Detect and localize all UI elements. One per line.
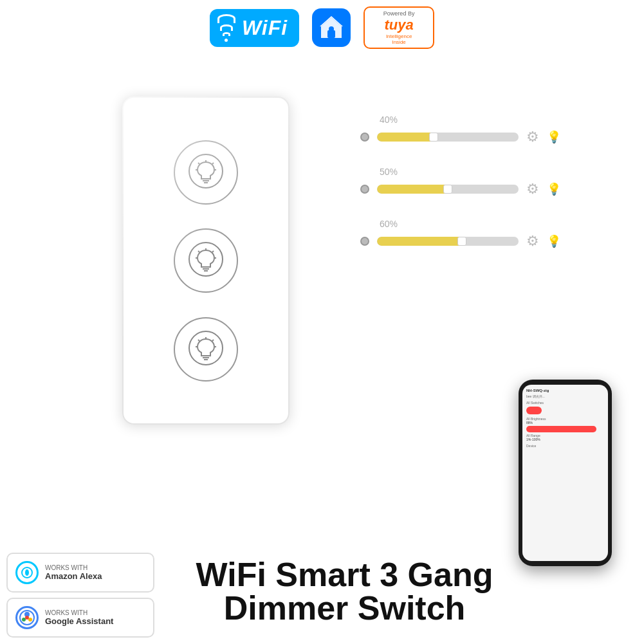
phone-mockup: NH-SWQ-zig bee 调光开... All Switches All B… bbox=[519, 380, 612, 566]
google-works-with: WORKS WITH bbox=[45, 609, 113, 616]
powered-by-text: Powered By bbox=[383, 10, 415, 17]
gear-icon-1: ⚙ bbox=[526, 129, 539, 145]
phone-screen: NH-SWQ-zig bee 调光开... All Switches All B… bbox=[522, 385, 608, 561]
slider-row-2: 50% ⚙ 💡 bbox=[360, 181, 561, 198]
svg-line-12 bbox=[212, 163, 214, 164]
bulb-small-2: 💡 bbox=[547, 182, 561, 196]
switch-button-3[interactable] bbox=[174, 317, 238, 382]
svg-line-20 bbox=[198, 251, 199, 252]
phone-app-name: NH-SWQ-zig bbox=[526, 389, 604, 392]
slider-thumb-2[interactable] bbox=[443, 185, 452, 194]
wifi-arc-medium bbox=[220, 24, 233, 31]
slider-track-3[interactable] bbox=[377, 237, 519, 246]
google-brand: Google Assistant bbox=[45, 616, 113, 626]
slider-pct-3: 60% bbox=[380, 219, 398, 229]
slider-knob-1 bbox=[360, 133, 369, 142]
title-line1: WiFi Smart 3 Gang bbox=[174, 558, 515, 591]
bottom-badges: WORKS WITH Amazon Alexa WORKS WITH Googl… bbox=[6, 553, 154, 638]
tuya-sub-text: IntelligenceInside bbox=[386, 33, 412, 45]
bulb-small-3: 💡 bbox=[547, 234, 561, 248]
slider-track-2[interactable] bbox=[377, 185, 519, 194]
alexa-badge: WORKS WITH Amazon Alexa bbox=[6, 553, 154, 593]
switch-button-2[interactable] bbox=[174, 228, 238, 293]
wifi-label: WiFi bbox=[242, 16, 288, 40]
wifi-badge: WiFi bbox=[210, 9, 299, 47]
title-line2: Dimmer Switch bbox=[174, 591, 515, 625]
alexa-brand: Amazon Alexa bbox=[45, 571, 102, 581]
bulb-small-1: 💡 bbox=[547, 130, 561, 144]
bulb-icon-3 bbox=[188, 330, 224, 369]
slider-fill-2 bbox=[377, 185, 448, 194]
slider-thumb-3[interactable] bbox=[457, 237, 466, 246]
svg-line-29 bbox=[198, 340, 199, 341]
wifi-icon bbox=[217, 14, 235, 42]
switch-panel bbox=[122, 97, 290, 425]
svg-point-37 bbox=[25, 616, 29, 620]
bulb-icon-2 bbox=[188, 241, 224, 280]
switch-button-1[interactable] bbox=[174, 140, 238, 205]
phone-brightness-bar bbox=[526, 426, 596, 432]
sliders-area: 40% ⚙ 💡 50% ⚙ 💡 60% ⚙ 💡 bbox=[360, 129, 561, 250]
tuya-badge: Powered By tuya IntelligenceInside bbox=[363, 6, 434, 49]
google-text-block: WORKS WITH Google Assistant bbox=[45, 609, 113, 626]
svg-point-36 bbox=[28, 618, 32, 621]
product-title: WiFi Smart 3 Gang Dimmer Switch bbox=[174, 558, 515, 625]
wifi-arc-small bbox=[223, 32, 230, 36]
slider-pct-1: 40% bbox=[380, 115, 398, 125]
slider-track-1[interactable] bbox=[377, 133, 519, 142]
phone-range-value: 1%-100% bbox=[526, 437, 604, 441]
smarthome-icon bbox=[312, 8, 351, 47]
gear-icon-3: ⚙ bbox=[526, 233, 539, 250]
svg-line-21 bbox=[212, 251, 214, 252]
slider-row-1: 40% ⚙ 💡 bbox=[360, 129, 561, 145]
slider-fill-3 bbox=[377, 237, 462, 246]
slider-knob-3 bbox=[360, 237, 369, 246]
wifi-arc-large bbox=[217, 14, 235, 23]
google-icon bbox=[15, 606, 39, 629]
wifi-dot bbox=[225, 39, 228, 42]
tuya-logo: tuya bbox=[385, 17, 414, 33]
phone-switches-label: All Switches bbox=[526, 401, 604, 405]
gear-icon-2: ⚙ bbox=[526, 181, 539, 198]
phone-subtitle: bee 调光开... bbox=[526, 394, 604, 398]
svg-line-30 bbox=[212, 340, 214, 341]
alexa-icon bbox=[15, 561, 39, 584]
slider-fill-1 bbox=[377, 133, 434, 142]
slider-knob-2 bbox=[360, 185, 369, 194]
bulb-icon-1 bbox=[188, 153, 224, 192]
phone-brightness-value: 88% bbox=[526, 421, 604, 425]
alexa-text-block: WORKS WITH Amazon Alexa bbox=[45, 564, 102, 581]
svg-point-3 bbox=[329, 26, 334, 32]
slider-row-3: 60% ⚙ 💡 bbox=[360, 233, 561, 250]
svg-point-35 bbox=[22, 618, 26, 621]
svg-line-11 bbox=[198, 163, 199, 164]
google-badge: WORKS WITH Google Assistant bbox=[6, 598, 154, 638]
header: WiFi Powered By tuya IntelligenceInside bbox=[0, 6, 644, 49]
phone-device-label: Device bbox=[526, 444, 604, 448]
slider-thumb-1[interactable] bbox=[429, 133, 438, 142]
alexa-works-with: WORKS WITH bbox=[45, 564, 102, 571]
phone-toggle[interactable] bbox=[526, 407, 542, 414]
svg-point-32 bbox=[25, 569, 29, 576]
slider-pct-2: 50% bbox=[380, 167, 398, 177]
